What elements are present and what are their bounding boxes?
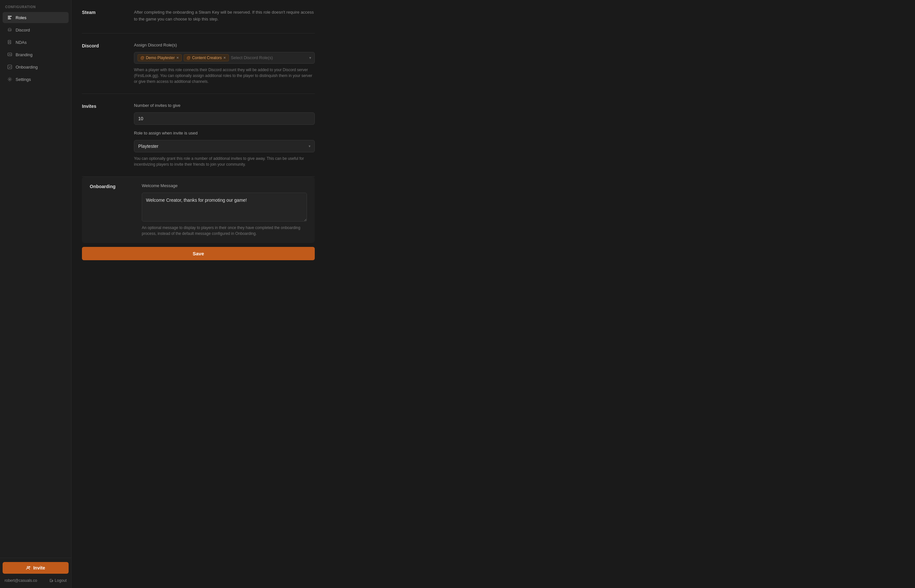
steam-info-text: After completing the onboarding a Steam … — [134, 9, 315, 23]
svg-rect-0 — [8, 16, 12, 16]
steam-content: After completing the onboarding a Steam … — [134, 9, 315, 24]
invites-role-value: Playtester — [138, 144, 309, 149]
sidebar: CONFIGURATION Roles Discord — [0, 0, 71, 588]
sidebar-item-branding[interactable]: Branding — [3, 49, 69, 60]
discord-icon — [7, 27, 12, 32]
sidebar-item-roles[interactable]: Roles — [3, 12, 69, 23]
steam-section: Steam After completing the onboarding a … — [82, 0, 315, 34]
discord-content: Assign Discord Role(s) @ Demo Playtester… — [134, 42, 315, 84]
branding-icon — [7, 52, 12, 57]
sidebar-item-onboarding[interactable]: Onboarding — [3, 61, 69, 73]
invites-section: Invites Number of invites to give Role t… — [82, 94, 315, 177]
onboarding-section: Onboarding Welcome Message An optional m… — [82, 177, 315, 243]
sidebar-item-ndas[interactable]: NDAs — [3, 37, 69, 48]
discord-label: Discord — [82, 42, 134, 84]
sidebar-section-label: CONFIGURATION — [0, 0, 71, 11]
invite-icon — [26, 565, 31, 570]
invites-number-label: Number of invites to give — [134, 103, 315, 108]
svg-rect-2 — [8, 18, 11, 19]
svg-point-11 — [9, 79, 10, 80]
role-tag-content-creators: @ Content Creators × — [184, 54, 229, 61]
invites-role-select[interactable]: Playtester ▾ — [134, 140, 315, 152]
invites-content: Number of invites to give Role to assign… — [134, 103, 315, 167]
discord-section: Discord Assign Discord Role(s) @ Demo Pl… — [82, 34, 315, 94]
roles-icon — [7, 15, 12, 20]
invites-hint-text: You can optionally grant this role a num… — [134, 156, 315, 167]
remove-content-creators[interactable]: × — [223, 55, 226, 60]
invites-label: Invites — [82, 103, 134, 167]
invite-button[interactable]: Invite — [3, 562, 69, 574]
ndas-icon — [7, 40, 12, 45]
svg-point-3 — [9, 29, 10, 30]
settings-icon — [7, 77, 12, 82]
role-select-placeholder: Select Discord Role(s) — [231, 55, 307, 60]
welcome-message-label: Welcome Message — [142, 183, 307, 188]
onboarding-hint-text: An optional message to display to player… — [142, 225, 307, 236]
onboarding-content: Welcome Message An optional message to d… — [142, 183, 307, 236]
svg-rect-10 — [8, 65, 12, 69]
svg-rect-1 — [8, 17, 10, 18]
sidebar-item-label: NDAs — [16, 40, 27, 45]
discord-field-label: Assign Discord Role(s) — [134, 42, 315, 47]
steam-label: Steam — [82, 9, 134, 24]
main-content: Steam After completing the onboarding a … — [71, 0, 915, 588]
sidebar-bottom: Invite robert@casuals.co Logout — [0, 558, 71, 588]
onboarding-label: Onboarding — [90, 183, 142, 236]
welcome-message-input[interactable] — [142, 193, 307, 221]
invites-dropdown-chevron: ▾ — [309, 144, 311, 149]
role-tag-demo-playtester: @ Demo Playtester × — [138, 54, 182, 61]
sidebar-item-label: Branding — [16, 52, 32, 57]
sidebar-item-label: Discord — [16, 27, 30, 32]
invite-label: Invite — [33, 565, 45, 570]
sidebar-item-label: Onboarding — [16, 65, 38, 69]
sidebar-item-discord[interactable]: Discord — [3, 24, 69, 36]
invites-number-input[interactable] — [134, 112, 315, 125]
user-row: robert@casuals.co Logout — [3, 577, 69, 584]
invites-role-label: Role to assign when invite is used — [134, 131, 315, 136]
role-tag-label: Content Creators — [192, 55, 222, 60]
svg-point-12 — [27, 567, 29, 568]
sidebar-item-label: Roles — [16, 15, 26, 20]
logout-icon — [49, 578, 53, 583]
discord-hint-text: When a player with this role connects th… — [134, 67, 315, 84]
discord-roles-container[interactable]: @ Demo Playtester × @ Content Creators ×… — [134, 52, 315, 64]
logout-button[interactable]: Logout — [49, 578, 66, 583]
save-button[interactable]: Save — [82, 247, 315, 260]
sidebar-item-label: Settings — [16, 77, 31, 82]
user-email: robert@casuals.co — [5, 578, 37, 583]
discord-dropdown-chevron: ▾ — [309, 55, 311, 60]
sidebar-item-settings[interactable]: Settings — [3, 74, 69, 85]
remove-demo-playtester[interactable]: × — [176, 55, 179, 60]
content-inner: Steam After completing the onboarding a … — [71, 0, 325, 273]
logout-label: Logout — [55, 578, 66, 583]
role-tag-label: Demo Playtester — [146, 55, 175, 60]
onboarding-icon — [7, 64, 12, 69]
svg-point-4 — [10, 29, 11, 30]
